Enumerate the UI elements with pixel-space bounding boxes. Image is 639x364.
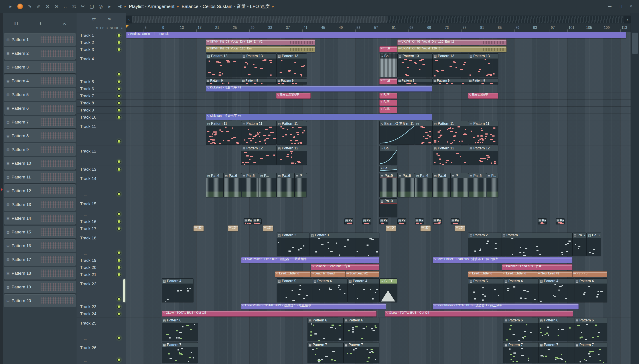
track-header[interactable]: Track 14⋯⋯ xyxy=(77,173,126,198)
chain-link-icon[interactable]: ∞ xyxy=(108,16,111,22)
clip[interactable]: ▤Pattern 6 xyxy=(539,318,574,341)
clip[interactable]: ▤Pa..8 xyxy=(415,218,424,224)
pattern-item[interactable]: ▤Pattern 2 xyxy=(4,47,76,60)
track-lane[interactable]: ∿F..率 xyxy=(126,107,630,114)
track-header[interactable]: Track 20 xyxy=(77,264,126,271)
pattern-item[interactable]: ▤Pattern 9 xyxy=(4,143,76,156)
clip[interactable]: ↦..D xyxy=(420,226,431,232)
clip[interactable]: ▤Pattern 13 xyxy=(468,54,498,77)
clip[interactable]: ▤P... xyxy=(253,218,262,224)
track-lane[interactable]: ▤Pattern 9▤Pattern 9▤Pattern 9∿B..量▤Patt… xyxy=(126,78,630,85)
clip[interactable]: ▤Pa..8 xyxy=(538,218,547,224)
track-led[interactable] xyxy=(117,251,121,255)
clip[interactable]: ↦♪ ♪ ♪ ♪ ♪ xyxy=(572,271,607,277)
clip[interactable]: ▤Pa..2 xyxy=(572,232,587,256)
track-header[interactable]: Track 23 xyxy=(77,303,126,310)
track-lane[interactable]: ▤Pa..6▤Pa..6▤Pa..6▤P...▤Pa..6▤P...▤Pa..9… xyxy=(126,173,630,198)
track-led[interactable] xyxy=(117,34,121,37)
track-led[interactable] xyxy=(117,41,121,44)
clip[interactable]: ▤Pattern 5 xyxy=(277,278,312,302)
track-led[interactable] xyxy=(117,167,121,171)
clip[interactable]: ▤P... xyxy=(259,173,277,197)
clip[interactable]: ∿Balance - Lead bus - 音量 xyxy=(502,264,572,270)
clip[interactable]: ▤Pattern 7 xyxy=(307,342,344,363)
clip[interactable]: ∿Lead..tchBend xyxy=(275,271,311,277)
clip[interactable]: ▤Pattern 9 xyxy=(468,78,498,84)
clip[interactable]: ▤Pattern 9 xyxy=(397,78,433,84)
track-header[interactable]: Track 6 xyxy=(77,85,126,92)
track-header[interactable]: Track 10 xyxy=(77,114,126,121)
track-lane[interactable]: ▤Pattern 13▤Pattern 13▤Pattern 13↦Ba..▤P… xyxy=(126,53,630,78)
clip[interactable]: ▤Pa..8 xyxy=(397,218,406,224)
clip[interactable]: ▤Pattern 6 xyxy=(574,318,607,341)
track-led[interactable] xyxy=(117,87,121,91)
clip[interactable]: ∿Bal.. xyxy=(379,146,397,165)
track-lane[interactable]: ∿Bass..架)频率∿F..率∿Bass..)频率 xyxy=(126,92,630,100)
vertical-scrollbar[interactable] xyxy=(630,13,639,364)
timeline-ruler[interactable]: 5913172125293337414549535761656973778185… xyxy=(126,24,630,32)
clip[interactable]: ↦Ba.. xyxy=(379,54,397,77)
track-lane[interactable]: ▤Pattern 12▤Pattern 12∿Bal..▤Pattern 12▤… xyxy=(126,146,630,166)
clip[interactable]: ▤Pa..6 xyxy=(397,173,415,197)
step-label[interactable]: STEP xyxy=(96,26,105,30)
track-lane[interactable]: ∿Endless Smile - 主 - Intensit xyxy=(126,32,630,39)
clip[interactable]: ▤Pattern 6 xyxy=(503,318,539,341)
track-header[interactable]: Track 18⋯⋯ xyxy=(77,232,126,257)
clip[interactable]: ▤Pa..6 xyxy=(415,173,433,197)
maximize-button[interactable]: □ xyxy=(619,4,622,9)
clip[interactable]: ▤Pattern 7 xyxy=(162,342,198,363)
clip[interactable]: ▤Pa..6 xyxy=(224,173,241,197)
selected-track-indicator[interactable] xyxy=(123,279,125,302)
track-header[interactable]: Track 21 xyxy=(77,271,126,278)
pattern-item[interactable]: ▤Pattern 14 xyxy=(4,212,76,224)
pattern-item[interactable]: ▤Pattern 7 xyxy=(4,116,76,128)
clip[interactable]: ∿Lead..tchBend xyxy=(311,271,346,277)
track-led[interactable] xyxy=(117,160,121,164)
track-lane[interactable]: ∿Kickstart - 混音电平 #3 xyxy=(126,114,630,121)
pattern-item[interactable]: ▤Pattern 5 xyxy=(4,88,76,101)
clip[interactable]: ↦..D xyxy=(386,226,396,232)
track-led[interactable] xyxy=(117,273,121,276)
clip[interactable]: ▤Pattern 2 xyxy=(468,232,501,256)
track-lane[interactable]: ▤Pattern 4▤Pattern 5▤Pattern 4▤Pattern 4… xyxy=(126,278,630,303)
track-lane[interactable]: ▤Pa..0 xyxy=(126,198,630,218)
clip[interactable]: ↦UKVH_Kit_03_Vocal_126_Em xyxy=(397,46,507,52)
clip[interactable]: ▤Pattern 11 xyxy=(206,121,241,144)
draw-icon[interactable]: ✎ xyxy=(25,4,34,9)
clip[interactable]: ∿F..率 xyxy=(379,100,397,106)
clip[interactable]: ▤Pattern 11 xyxy=(241,121,277,144)
clip[interactable]: ∿Lead..tchBend xyxy=(468,271,502,277)
pan-zoom-icon[interactable]: ⇄ xyxy=(92,16,96,22)
clip[interactable]: ▤Pattern 9 xyxy=(433,78,468,84)
clip[interactable]: ▤Pa..6 xyxy=(433,173,450,197)
track-header[interactable]: Track 4 xyxy=(77,53,126,78)
minimize-button[interactable]: ─ xyxy=(608,4,611,9)
clip[interactable]: ∿GLow - TOTAL BUS - Cut Off xyxy=(162,310,377,316)
zoom-icon[interactable]: ◎ xyxy=(96,4,105,9)
paint-icon[interactable]: ✐ xyxy=(34,4,43,9)
track-header[interactable]: Track 5 xyxy=(77,78,126,85)
track-header[interactable]: Track 24 xyxy=(77,310,126,318)
scroll-right-button[interactable]: › xyxy=(624,16,630,24)
playback-icon[interactable]: ▸ xyxy=(105,4,114,9)
slip-icon[interactable]: ⇆ xyxy=(70,4,79,9)
track-header[interactable]: Track 11⋯⋯ xyxy=(77,121,126,146)
pattern-item[interactable]: ▤Pattern 4 xyxy=(4,74,76,87)
pattern-item[interactable]: ▤Pattern 19 xyxy=(4,281,76,293)
clip[interactable]: ▤Pattern 4 xyxy=(574,278,607,302)
slide-label[interactable]: SLIDE xyxy=(110,26,119,30)
clip[interactable]: ▤Pattern 7 xyxy=(344,342,379,363)
clip[interactable]: ▤Pattern 4 xyxy=(539,278,574,302)
clip[interactable]: ▤Pattern 7 xyxy=(539,342,574,363)
clip[interactable]: ∿Balance - Lead bus - 音量 xyxy=(311,264,379,270)
clip[interactable]: ▤Pattern 4 xyxy=(348,278,379,302)
clip[interactable]: ▤Pattern 9 xyxy=(241,78,277,84)
clip[interactable]: ▤Pa..6 xyxy=(277,173,294,197)
clip[interactable]: ▤Pa..8 xyxy=(433,218,442,224)
pattern-item[interactable]: ▤Pattern 13 xyxy=(4,198,76,211)
track-header[interactable]: Track 19 xyxy=(77,257,126,264)
clip[interactable]: ∿Love Philter - Lead bus - 滤波器 1 - 截止频率 xyxy=(433,257,572,263)
track-lane[interactable]: ∿Lead..tchBend∿Lead..tchBend↦Soul Lead #… xyxy=(126,271,630,278)
track-header[interactable]: Track 16 xyxy=(77,218,126,225)
clip[interactable]: ∿Endless Smile - 主 - Intensit xyxy=(126,32,626,38)
